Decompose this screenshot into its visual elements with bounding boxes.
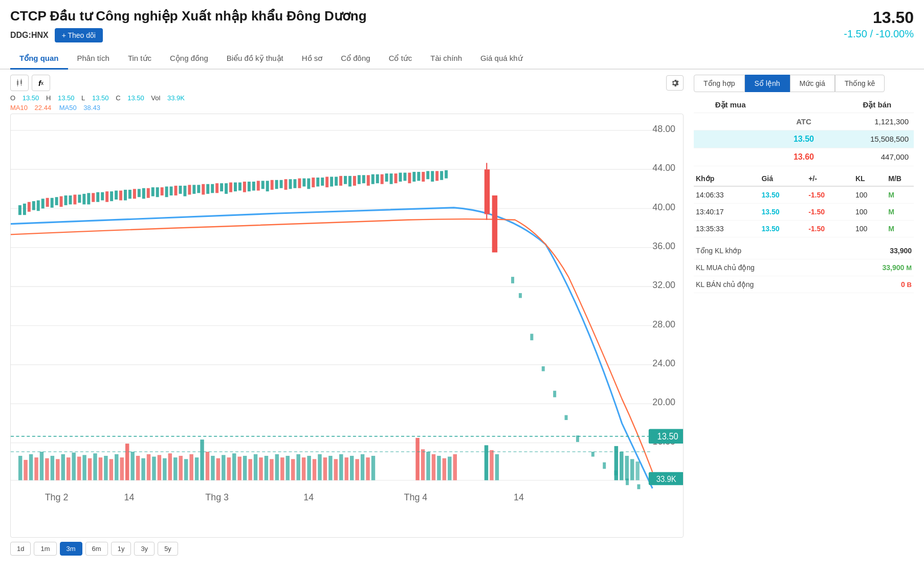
svg-rect-92 [321,178,324,186]
ma10-label: MA10 [10,104,28,112]
svg-text:14: 14 [124,492,134,503]
trade-price: 13.50 [761,191,808,199]
svg-rect-118 [440,171,443,180]
nav-tab-tổng-quan[interactable]: Tổng quan [10,49,68,70]
panel-tab-Sổ lệnh[interactable]: Sổ lệnh [745,75,790,92]
nav-tab-hồ-sơ[interactable]: Hồ sơ [293,49,332,70]
chart-section: fx O 13.50 H 13.50 L 13.50 C 13.50 Vol 3… [0,70,689,561]
svg-rect-33 [51,198,54,208]
nav-tab-biểu-đồ-kỹ-thuật[interactable]: Biểu đồ kỹ thuật [217,49,293,70]
svg-rect-103 [371,174,375,184]
ticker-row: DDG:HNX + Theo dõi [10,28,367,42]
svg-rect-99 [353,176,356,186]
c-value: 13.50 [127,94,144,102]
svg-rect-61 [179,186,182,194]
svg-rect-88 [302,179,305,187]
svg-rect-117 [435,171,438,181]
svg-text:Thg 3: Thg 3 [205,492,229,503]
svg-rect-115 [426,171,429,179]
svg-rect-221 [490,450,493,480]
ob-atc-buy [694,117,767,126]
svg-rect-206 [345,457,348,480]
total-label: Tổng KL khớp [696,247,741,255]
follow-button[interactable]: + Theo dõi [55,28,103,42]
svg-rect-129 [565,415,568,420]
svg-text:28.00: 28.00 [652,318,675,329]
right-panel: Tổng hợpSổ lệnhMức giáThống kê Đặt mua Đ… [689,70,924,561]
chart-toolbar: fx [10,75,684,91]
time-btn-1m[interactable]: 1m [34,542,56,556]
panel-tab-Mức giá[interactable]: Mức giá [790,75,835,92]
svg-rect-171 [158,455,161,480]
time-btn-1y[interactable]: 1y [111,542,131,556]
nav-tab-cộng-đồng[interactable]: Cộng đồng [161,49,217,70]
svg-rect-40 [82,194,85,205]
time-btn-5y[interactable]: 5y [158,542,178,556]
svg-rect-216 [437,456,441,480]
nav-tab-giá-quá-khứ[interactable]: Giá quá khứ [471,49,532,70]
svg-rect-62 [183,186,186,196]
svg-rect-200 [313,459,316,480]
nav-tab-cổ-đông[interactable]: Cổ đông [332,49,379,70]
nav-tab-tin-tức[interactable]: Tin tức [119,49,161,70]
svg-rect-100 [358,175,361,184]
time-btn-1d[interactable]: 1d [10,542,31,556]
svg-rect-52 [138,189,141,197]
svg-rect-119 [445,170,448,179]
vol-value: 33.9K [167,94,185,102]
svg-rect-79 [261,181,265,189]
svg-rect-145 [18,456,22,480]
panel-tab-Tổng hợp[interactable]: Tổng hợp [694,75,745,92]
nav-tab-phân-tích[interactable]: Phân tích [68,49,119,70]
svg-rect-202 [323,457,327,480]
chart-area[interactable]: 48.00 44.00 40.00 36.00 32.00 28.00 24.0… [10,114,684,538]
svg-rect-207 [350,456,354,480]
time-btn-3y[interactable]: 3y [134,542,155,556]
price-change: -1.50 / -10.00% [844,28,914,40]
svg-rect-81 [271,180,274,190]
nav-tab-cổ-tức[interactable]: Cổ tức [380,49,422,70]
trade-mb: M [888,208,912,216]
svg-rect-72 [229,183,232,192]
svg-rect-227 [635,461,639,480]
time-btn-3m[interactable]: 3m [60,542,82,556]
h-label: H [46,94,51,102]
header-left: CTCP Đầu tư Công nghiệp Xuất nhập khẩu Đ… [10,8,367,42]
svg-rect-55 [151,187,155,196]
total-value: 0 B [901,280,912,289]
svg-rect-196 [291,459,295,480]
ma50-label: MA50 [59,104,77,112]
svg-rect-174 [173,457,177,480]
svg-rect-28 [28,202,31,212]
svg-rect-56 [156,187,159,197]
svg-rect-89 [307,179,310,189]
nav-tabs: Tổng quanPhân tíchTin tứcCộng đồngBiểu đ… [0,49,924,70]
svg-rect-222 [495,454,499,480]
svg-rect-46 [110,191,113,201]
svg-rect-78 [257,181,260,190]
svg-rect-214 [426,452,430,480]
svg-rect-86 [293,179,296,188]
svg-rect-45 [105,191,108,202]
svg-rect-149 [40,452,43,480]
svg-rect-114 [422,172,425,182]
nav-tab-tài-chính[interactable]: Tài chính [421,49,471,70]
svg-rect-67 [206,184,209,194]
svg-rect-107 [390,173,393,184]
panel-tab-Thống kê[interactable]: Thống kê [835,75,885,92]
ob-header: Đặt mua Đặt bán [694,97,914,113]
svg-rect-66 [202,184,205,195]
svg-rect-0 [17,81,18,85]
svg-rect-215 [432,454,435,480]
formula-btn[interactable]: fx [32,75,50,91]
svg-rect-54 [147,188,150,198]
svg-rect-169 [147,454,150,480]
time-btn-6m[interactable]: 6m [85,542,108,556]
chart-settings-btn[interactable] [666,75,684,91]
main-content: fx O 13.50 H 13.50 L 13.50 C 13.50 Vol 3… [0,70,924,561]
ob-cyan-sell: 15,508,500 [841,135,914,144]
svg-rect-29 [32,201,35,210]
o-label: O [10,94,15,102]
svg-text:32.00: 32.00 [652,279,675,291]
candle-chart-btn[interactable] [10,75,29,91]
